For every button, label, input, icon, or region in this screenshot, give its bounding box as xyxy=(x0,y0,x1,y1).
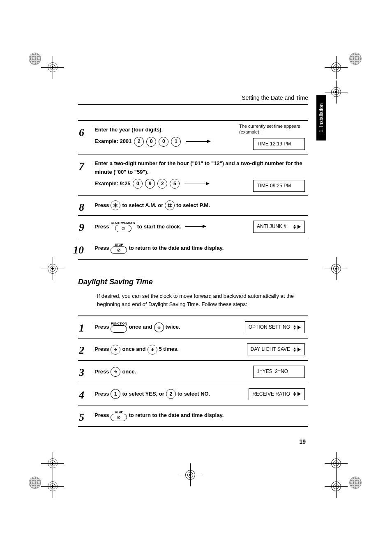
step-number: 5 xyxy=(79,409,84,426)
crop-mark-icon xyxy=(325,475,348,498)
step-text: Press xyxy=(95,201,109,210)
digit-key: 1 xyxy=(171,137,181,147)
digit-key: 2 xyxy=(166,389,176,399)
digit-key: 9 xyxy=(145,179,155,189)
arrow-icon xyxy=(185,226,206,227)
step-text: to return to the date and time display. xyxy=(129,244,224,253)
arrow-icon xyxy=(186,141,210,142)
nav-arrows-icon xyxy=(293,325,301,330)
lcd-display: 1=YES, 2=NO xyxy=(253,366,305,378)
step-text: once and xyxy=(122,345,145,354)
svg-line-17 xyxy=(118,416,120,418)
section-heading: Daylight Saving Time xyxy=(78,278,308,286)
svg-marker-14 xyxy=(293,394,296,396)
dst-step-4: 4 Press 1 to select YES, or 2 to select … xyxy=(78,383,308,405)
step-number: 9 xyxy=(79,219,84,236)
step-text: to start the clock. xyxy=(137,223,182,231)
crop-mark-icon xyxy=(325,56,348,79)
lcd-display: ANTI JUNK # xyxy=(253,221,305,233)
dst-step-1: 1 Press FUNCTION once and twice. OPTION … xyxy=(78,316,308,338)
svg-marker-8 xyxy=(293,327,296,329)
svg-marker-15 xyxy=(297,392,301,396)
stop-key: STOP xyxy=(111,243,127,254)
down-key xyxy=(148,345,157,355)
svg-marker-2 xyxy=(293,225,296,227)
step-text: 5 times. xyxy=(159,345,179,354)
lcd-display: DAY LIGHT SAVE xyxy=(247,343,305,355)
down-arrow-icon xyxy=(150,347,155,352)
print-dot-icon xyxy=(349,53,362,65)
manual-page: 1. Installation Setting the Date and Tim… xyxy=(0,0,392,555)
step-number: 8 xyxy=(79,199,84,216)
step-number: 2 xyxy=(79,342,84,359)
example-label: Example: 2001 xyxy=(95,137,131,146)
arrow-icon xyxy=(184,184,209,184)
right-arrow-icon xyxy=(113,347,118,352)
lcd-text: RECEIVE RATIO xyxy=(252,390,290,398)
start-memory-key: START/MEMORY xyxy=(111,221,135,232)
right-key xyxy=(111,345,120,355)
step-text: to select P.M. xyxy=(176,201,210,210)
lcd-display: TIME 12:19 PM xyxy=(253,138,305,150)
digit-key: 1 xyxy=(111,389,120,399)
key-label: STOP xyxy=(115,243,123,246)
lcd-text: DAY LIGHT SAVE xyxy=(251,345,290,353)
section-tab: 1. Installation xyxy=(316,95,326,140)
svg-marker-7 xyxy=(293,325,296,327)
section-tab-label: 1. Installation xyxy=(318,104,324,133)
section-daylight: Daylight Saving Time If desired, you can… xyxy=(78,278,308,427)
star-key xyxy=(111,200,120,210)
running-header: Setting the Date and Time xyxy=(242,94,308,101)
lcd-display: OPTION SETTING xyxy=(245,321,305,333)
crop-mark-icon xyxy=(325,257,348,280)
asterisk-icon xyxy=(113,203,118,208)
dst-step-2: 2 Press once and 5 times. DAY LIGHT SAVE xyxy=(78,338,308,360)
step-text: once and xyxy=(129,323,152,332)
steps-block-top: 6 Enter the year (four digits). Example:… xyxy=(78,120,308,260)
crop-mark-icon xyxy=(325,452,348,475)
step-text: Press xyxy=(95,390,109,398)
step-text: Enter the year (four digits). xyxy=(95,127,163,133)
crop-mark-icon xyxy=(41,56,64,79)
step-note: The currently set time appears (example)… xyxy=(239,123,305,135)
crop-mark-icon xyxy=(41,452,64,475)
step-text: to return to the date and time display. xyxy=(129,411,224,420)
stop-key: STOP xyxy=(111,410,127,421)
step-text: to select A.M. or xyxy=(122,201,163,210)
step-text: Press xyxy=(95,323,109,332)
key-label: STOP xyxy=(115,410,123,414)
down-key xyxy=(154,322,164,332)
down-arrow-icon xyxy=(157,325,161,330)
svg-marker-4 xyxy=(297,225,301,229)
step-text: once. xyxy=(122,368,136,376)
svg-line-6 xyxy=(118,249,120,251)
svg-marker-11 xyxy=(293,350,296,352)
digit-key: 0 xyxy=(133,179,143,189)
step-number: 4 xyxy=(79,387,84,404)
step-text: Enter a two-digit number for the hour ("… xyxy=(95,160,302,175)
svg-marker-9 xyxy=(297,325,301,329)
key-label: FUNCTION xyxy=(111,322,127,325)
nav-arrows-icon xyxy=(293,391,301,396)
header-rule xyxy=(78,104,308,105)
step-text: Press xyxy=(95,244,109,253)
step-7: 7 Enter a two-digit number for the hour … xyxy=(78,154,308,196)
lcd-display: RECEIVE RATIO xyxy=(249,388,305,400)
function-key-icon xyxy=(111,325,127,333)
dst-step-5: 5 Press STOP to return to the date and t… xyxy=(78,405,308,426)
hash-key xyxy=(165,200,175,210)
step-number: 1 xyxy=(79,320,84,337)
digit-key: 2 xyxy=(157,179,167,189)
step-text: twice. xyxy=(166,323,180,332)
step-8: 8 Press to select A.M. or to select P.M. xyxy=(78,195,308,215)
nav-arrows-icon xyxy=(293,347,301,352)
crop-mark-icon xyxy=(179,463,202,486)
steps-block-dst: 1 Press FUNCTION once and twice. OPTION … xyxy=(78,315,308,427)
crop-mark-icon xyxy=(325,81,348,104)
svg-marker-10 xyxy=(293,348,296,350)
step-text: Press xyxy=(95,223,109,231)
step-10: 10 Press STOP to return to the date and … xyxy=(78,238,308,259)
lcd-text: ANTI JUNK # xyxy=(257,223,286,230)
step-9: 9 Press START/MEMORY to start the clock.… xyxy=(78,215,308,237)
example-label: Example: 9:25 xyxy=(95,180,130,188)
